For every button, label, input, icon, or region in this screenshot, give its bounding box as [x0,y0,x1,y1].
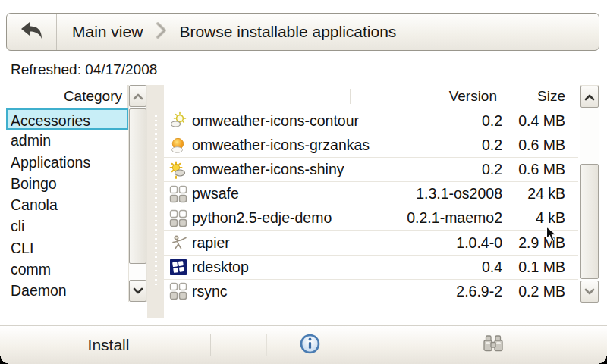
category-scrollbar[interactable] [128,85,147,302]
install-button[interactable]: Install [6,326,211,364]
panel-splitter-handle[interactable] [147,85,164,318]
back-button[interactable] [7,14,57,50]
package-row[interactable]: pwsafe 1.3.1-os2008 24 kB [164,181,578,206]
category-item-canola[interactable]: Canola [6,194,128,215]
package-version: 0.4 [351,259,502,276]
package-size: 0.2 MB [502,283,578,300]
category-item-daemon[interactable]: Daemon [6,280,128,301]
package-version: 0.2 [351,112,502,130]
name-column-header[interactable] [164,89,351,104]
screen-corner [599,356,607,364]
info-icon [300,334,320,357]
package-name: pwsafe [192,185,239,202]
scrollbar-down-button[interactable] [129,280,146,302]
breadcrumb: Main view Browse installable application… [57,14,396,50]
category-item-boingo[interactable]: Boingo [6,173,128,194]
package-size: 4 kB [502,209,578,227]
scrollbar-thumb[interactable] [129,108,146,264]
package-name: omweather-icons-contour [192,112,359,130]
category-panel: Category Accessories admin Applications … [6,85,147,302]
scrollbar-up-button[interactable] [129,85,146,107]
mouse-cursor [546,226,558,246]
scrollbar-down-button[interactable] [580,281,599,303]
package-scrollbar[interactable] [580,85,599,303]
package-row[interactable]: rdesktop 0.4 0.1 MB [164,255,578,279]
chevron-right-icon [155,21,167,42]
category-item-accessories[interactable]: Accessories [6,108,128,130]
package-row[interactable]: python2.5-edje-demo 0.2.1-maemo2 4 kB [164,206,578,230]
omweather-shiny-icon [168,160,188,180]
package-default-icon [168,184,188,204]
package-table-header: Version Size [164,85,578,108]
breadcrumb-main-view[interactable]: Main view [72,23,143,41]
screen-corner [0,356,8,364]
package-version: 0.2 [351,136,502,154]
package-version: 0.2 [351,161,502,178]
package-name: omweather-icons-shiny [192,161,344,178]
package-size: 0.6 MB [502,136,578,154]
category-list: Category Accessories admin Applications … [6,85,128,302]
package-name: rdesktop [192,259,249,276]
package-default-icon [168,281,188,301]
omweather-contour-icon [168,111,188,130]
package-row[interactable]: rapier 1.0.4-0 2.9 MB [164,230,578,254]
package-size: 0.4 MB [502,112,578,130]
package-row[interactable]: omweather-icons-contour 0.2 0.4 MB [164,108,578,133]
remote-desktop-icon [168,257,188,277]
package-size: 24 kB [502,185,578,202]
refreshed-status: Refreshed: 04/17/2008 [11,61,157,78]
details-button[interactable] [290,326,329,364]
category-item-cli-lower[interactable]: cli [6,215,128,237]
package-version: 1.0.4-0 [351,234,502,252]
package-name: rsync [192,283,228,300]
version-column-header[interactable]: Version [351,85,502,108]
package-version: 1.3.1-os2008 [351,185,502,202]
bottom-toolbar: Install [0,325,607,364]
back-arrow-icon [19,19,45,45]
package-name: rapier [192,234,230,252]
package-row[interactable]: rsync 2.6.9-2 0.2 MB [164,279,578,303]
category-column-header[interactable]: Category [6,85,128,108]
package-row[interactable]: omweather-icons-grzankas 0.2 0.6 MB [164,133,578,157]
package-size: 2.9 MB [502,234,578,252]
category-item-comm[interactable]: comm [6,259,128,280]
package-default-icon [168,209,188,228]
toolbar-separator [210,334,211,356]
navigation-toolbar: Main view Browse installable application… [6,13,599,51]
package-size: 0.1 MB [502,259,578,276]
toolbar-separator [266,334,267,356]
category-item-applications[interactable]: Applications [6,152,128,173]
binoculars-icon [483,334,504,356]
omweather-grzankas-icon [168,136,188,155]
page-title: Browse installable applications [179,23,396,41]
size-column-header[interactable]: Size [502,85,578,108]
category-item-admin[interactable]: admin [6,130,128,151]
package-name: python2.5-edje-demo [192,209,332,227]
search-packages-button[interactable] [473,326,513,364]
scrollbar-thumb[interactable] [580,164,599,279]
category-item-cli-upper[interactable]: CLI [6,237,128,259]
package-version: 2.6.9-2 [351,283,502,300]
package-row[interactable]: omweather-icons-shiny 0.2 0.6 MB [164,157,578,181]
fencer-icon [168,233,188,253]
scrollbar-up-button[interactable] [580,86,599,108]
package-version: 0.2.1-maemo2 [351,209,502,227]
package-name: omweather-icons-grzankas [192,136,370,154]
package-size: 0.6 MB [502,161,578,178]
package-table: Version Size omweather-icons-contour [164,85,578,303]
